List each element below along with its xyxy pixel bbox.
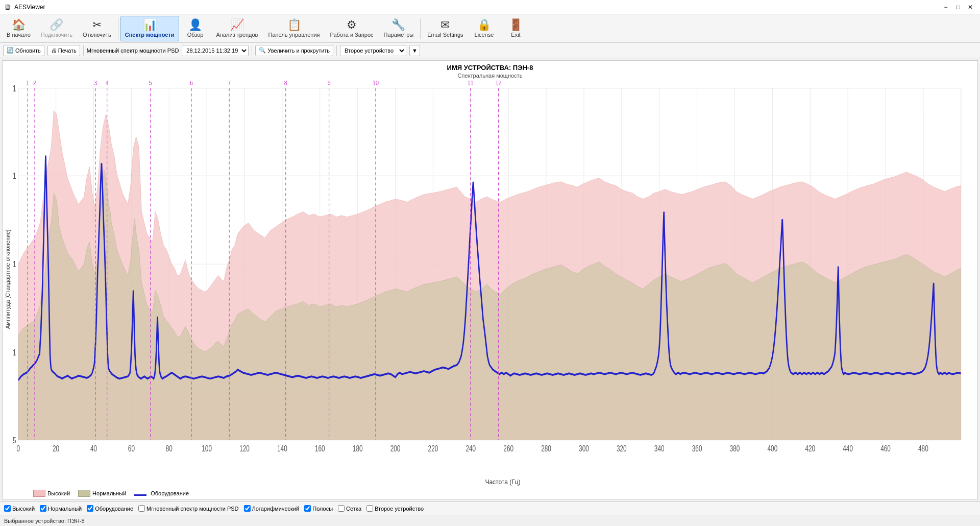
y-axis-label: Амплитуда [Стандартное отклонение]	[3, 81, 13, 477]
license-icon: 🔒	[477, 19, 491, 31]
svg-text:0: 0	[16, 444, 20, 453]
refresh-button[interactable]: 🔄 Обновить	[3, 45, 44, 56]
svg-text:120: 120	[239, 444, 250, 453]
print-button[interactable]: 🖨 Печать	[47, 45, 80, 56]
chk-psd-input[interactable]	[138, 505, 145, 512]
chk-bands-input[interactable]	[304, 505, 311, 512]
svg-text:460: 460	[880, 444, 891, 453]
svg-text:0,01: 0,01	[13, 171, 16, 180]
svg-text:180: 180	[353, 444, 363, 453]
toolbar-email-label: Email Settings	[427, 32, 463, 38]
bottom-bar: Высокий Нормальный Оборудование Мгновенн…	[0, 501, 980, 515]
spectrum-icon: 📊	[143, 19, 157, 31]
svg-text:3: 3	[94, 81, 97, 87]
toolbar-exit[interactable]: 🚪 Exit	[501, 16, 531, 41]
svg-text:2: 2	[33, 81, 36, 87]
chart-svg-area[interactable]: 0,1 0,01 0,001 0,0001 1E-05	[13, 81, 977, 477]
toolbar-trends[interactable]: 📈 Анализ трендов	[212, 16, 263, 41]
svg-text:440: 440	[843, 444, 853, 453]
svg-text:380: 380	[730, 444, 740, 453]
svg-text:40: 40	[90, 444, 97, 453]
toolbar-disconnect[interactable]: ✂ Отключить	[78, 16, 116, 41]
panel-icon: 📋	[287, 19, 301, 31]
svg-text:11: 11	[468, 81, 474, 87]
toolbar-panel[interactable]: 📋 Панель управления	[263, 16, 324, 41]
chk-equipment-label: Оборудование	[95, 506, 133, 512]
toolbar-divider-2	[420, 18, 421, 39]
svg-text:420: 420	[805, 444, 815, 453]
toolbar-home[interactable]: 🏠 В начало	[2, 16, 35, 41]
svg-text:20: 20	[53, 444, 59, 453]
status-bar: Выбранное устройство: ПЭН-8	[0, 515, 980, 526]
datetime-select[interactable]: 28.12.2015 11:32:19	[182, 45, 249, 56]
svg-text:12: 12	[495, 81, 501, 87]
maximize-button[interactable]: □	[952, 2, 964, 13]
overview-icon: 👤	[188, 19, 202, 31]
close-button[interactable]: ✕	[965, 2, 976, 13]
svg-text:4: 4	[106, 81, 109, 87]
legend-normal: Нормальный	[78, 490, 126, 497]
toolbar-spectrum[interactable]: 📊 Спектр мощности	[120, 16, 179, 41]
svg-text:5: 5	[149, 81, 152, 87]
chk-grid-input[interactable]	[338, 505, 345, 512]
device-select[interactable]: Второе устройство Первое устройство	[340, 45, 406, 56]
zoom-button[interactable]: 🔍 Увеличить и прокрутить	[255, 45, 333, 56]
device-options-button[interactable]: ▼	[409, 45, 420, 56]
toolbar-connect[interactable]: 🔗 Подключить	[36, 16, 77, 41]
app-title: AESViewer	[14, 4, 45, 11]
status-text: Выбранное устройство: ПЭН-8	[4, 518, 85, 524]
legend-area: Высокий Нормальный Оборудование	[3, 488, 977, 499]
print-icon: 🖨	[51, 47, 57, 54]
chk-normal-label: Нормальный	[48, 506, 82, 512]
chk-log-input[interactable]	[244, 505, 251, 512]
chk-high-input[interactable]	[4, 505, 11, 512]
chk-second-device-input[interactable]	[366, 505, 373, 512]
request-icon: ⚙	[347, 19, 357, 31]
svg-text:6: 6	[190, 81, 193, 87]
subbar: 🔄 Обновить 🖨 Печать Мгновенный спектр мо…	[0, 43, 980, 58]
toolbar-request[interactable]: ⚙ Работа и Запрос	[326, 16, 378, 41]
svg-text:280: 280	[541, 444, 551, 453]
params-icon: 🔧	[391, 19, 405, 31]
chk-high: Высокий	[4, 505, 35, 512]
toolbar-request-label: Работа и Запрос	[330, 32, 374, 38]
toolbar-license[interactable]: 🔒 License	[469, 16, 500, 41]
svg-text:0,1: 0,1	[13, 84, 16, 93]
main-content: ИМЯ УСТРОЙСТВА: ПЭН-8 Спектральная мощно…	[0, 58, 980, 526]
chk-normal-input[interactable]	[40, 505, 46, 512]
toolbar-email[interactable]: ✉ Email Settings	[423, 16, 468, 41]
chk-high-label: Высокий	[12, 506, 35, 512]
app-icon: 🖥	[4, 3, 11, 11]
chart-wrapper: Амплитуда [Стандартное отклонение]	[3, 81, 977, 477]
svg-text:9: 9	[328, 81, 331, 87]
svg-text:300: 300	[579, 444, 589, 453]
svg-text:240: 240	[465, 444, 476, 453]
chk-log-label: Логарифмический	[252, 506, 300, 512]
svg-text:1E-05: 1E-05	[13, 436, 16, 445]
chart-title: ИМЯ УСТРОЙСТВА: ПЭН-8	[3, 61, 977, 73]
chk-normal: Нормальный	[40, 505, 82, 512]
legend-equipment: Оборудование	[134, 490, 189, 496]
svg-text:400: 400	[768, 444, 778, 453]
trends-icon: 📈	[230, 19, 244, 31]
chk-grid: Сетка	[338, 505, 361, 512]
legend-equipment-label: Оборудование	[151, 490, 189, 496]
toolbar-overview[interactable]: 👤 Обзор	[180, 16, 211, 41]
legend-normal-color	[78, 490, 90, 497]
refresh-label: Обновить	[15, 47, 41, 54]
exit-icon: 🚪	[509, 19, 523, 31]
svg-text:220: 220	[428, 444, 438, 453]
print-label: Печать	[58, 47, 77, 54]
chart-svg: 0,1 0,01 0,001 0,0001 1E-05	[13, 81, 977, 477]
minimize-button[interactable]: −	[940, 2, 951, 13]
chk-equipment-input[interactable]	[87, 505, 93, 512]
toolbar-params-label: Параметры	[384, 32, 414, 38]
svg-text:10: 10	[373, 81, 379, 87]
svg-text:0,0001: 0,0001	[13, 348, 16, 357]
toolbar: 🏠 В начало 🔗 Подключить ✂ Отключить 📊 Сп…	[0, 14, 980, 43]
chk-equipment: Оборудование	[87, 505, 133, 512]
toolbar-spectrum-label: Спектр мощности	[125, 32, 175, 38]
toolbar-params[interactable]: 🔧 Параметры	[379, 16, 419, 41]
svg-text:0,001: 0,001	[13, 259, 16, 269]
refresh-icon: 🔄	[7, 47, 14, 54]
